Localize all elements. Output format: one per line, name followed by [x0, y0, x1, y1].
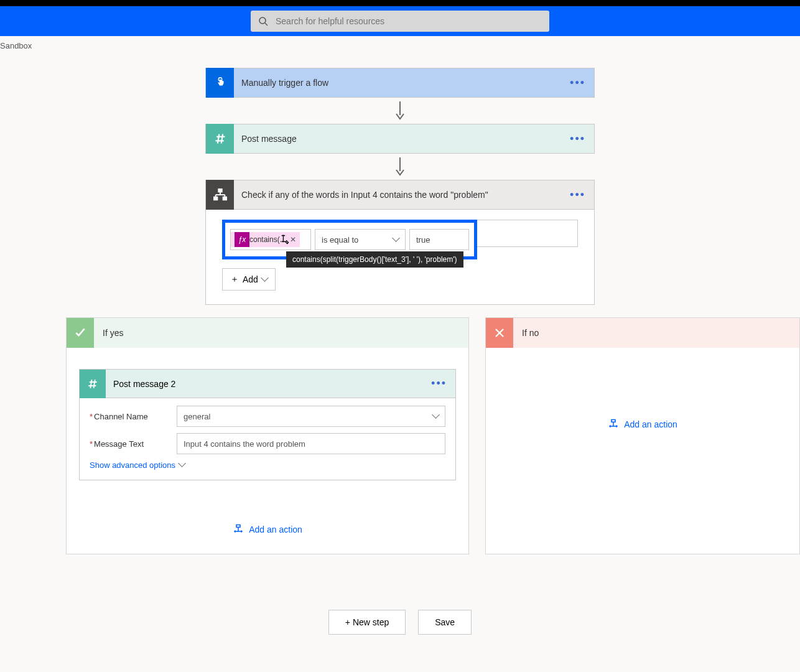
connector-arrow [0, 154, 800, 180]
message-text-input[interactable]: Input 4 contains the word problem [177, 433, 445, 454]
plus-icon: ＋ [230, 274, 239, 285]
svg-rect-14 [213, 197, 217, 200]
add-condition-button[interactable]: ＋ Add [222, 268, 276, 291]
if-no-header[interactable]: If no [486, 318, 799, 348]
search-box [251, 11, 549, 32]
svg-rect-9 [218, 189, 222, 192]
svg-point-0 [259, 17, 266, 24]
add-action-button[interactable]: Add an action [233, 524, 302, 535]
post-message-more-icon[interactable]: ••• [561, 133, 594, 146]
channel-name-label: *Channel Name [90, 412, 177, 421]
header [0, 6, 800, 36]
svg-line-1 [265, 23, 267, 26]
condition-highlight: ƒx contains(... ✕ is equal to true conta… [222, 220, 477, 259]
condition-step[interactable]: Check if any of the words in Input 4 con… [205, 180, 595, 210]
condition-title: Check if any of the words in Input 4 con… [234, 190, 561, 200]
trigger-more-icon[interactable]: ••• [561, 77, 594, 90]
connector-arrow [0, 98, 800, 124]
trigger-title: Manually trigger a flow [234, 78, 561, 88]
search-icon [258, 16, 268, 26]
hash-icon [206, 124, 234, 154]
chevron-down-icon [393, 235, 399, 245]
touch-icon [206, 68, 234, 98]
chevron-down-icon [433, 412, 439, 421]
breadcrumb[interactable]: Sandbox [0, 36, 800, 55]
post-message-2-more-icon[interactable]: ••• [422, 377, 455, 390]
chevron-down-icon [262, 274, 267, 284]
if-yes-branch: If yes Post message 2 ••• *Channel Name [66, 317, 469, 554]
add-action-icon [233, 524, 244, 535]
post-message-step[interactable]: Post message ••• [205, 124, 595, 154]
svg-line-18 [90, 380, 91, 388]
hash-icon [80, 370, 106, 398]
expression-tooltip: contains(split(triggerBody()['text_3'], … [286, 251, 463, 268]
operator-select[interactable]: is equal to [315, 229, 406, 250]
post-message-2-title: Post message 2 [106, 379, 422, 389]
trigger-step[interactable]: Manually trigger a flow ••• [205, 68, 595, 98]
footer-actions: + New step Save [0, 610, 800, 635]
post-message-title: Post message [234, 134, 561, 144]
add-action-button[interactable]: Add an action [608, 419, 677, 430]
svg-rect-20 [236, 525, 240, 528]
condition-more-icon[interactable]: ••• [561, 189, 594, 202]
fx-icon: ƒx [235, 232, 249, 247]
save-button[interactable]: Save [418, 610, 472, 635]
condition-body: ƒx contains(... ✕ is equal to true conta… [205, 210, 595, 305]
message-text-label: *Message Text [90, 439, 177, 449]
chevron-down-icon [179, 460, 185, 470]
svg-line-19 [94, 380, 95, 388]
post-message-2-step[interactable]: Post message 2 ••• *Channel Name general [79, 369, 456, 480]
condition-icon [206, 180, 234, 210]
new-step-button[interactable]: + New step [328, 610, 406, 635]
value-field[interactable]: true [409, 229, 469, 250]
check-icon [67, 318, 94, 348]
svg-line-7 [221, 134, 223, 144]
svg-rect-15 [223, 197, 226, 200]
expression-field[interactable]: ƒx contains(... ✕ [230, 229, 311, 250]
if-no-branch: If no Add an action [485, 317, 800, 554]
advanced-options-toggle[interactable]: Show advanced options [90, 460, 445, 470]
svg-rect-25 [612, 420, 615, 422]
if-yes-header[interactable]: If yes [67, 318, 468, 348]
add-action-icon [608, 419, 619, 430]
channel-name-select[interactable]: general [177, 406, 445, 427]
cursor-icon [280, 234, 291, 248]
empty-condition-field[interactable] [477, 220, 578, 247]
search-input[interactable] [251, 11, 549, 32]
svg-line-6 [217, 134, 219, 144]
close-icon [486, 318, 513, 348]
